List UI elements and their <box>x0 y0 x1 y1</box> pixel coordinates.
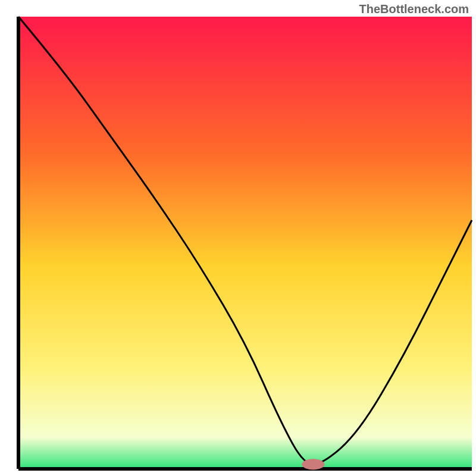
chart-container: TheBottleneck.com <box>0 0 476 476</box>
watermark-text: TheBottleneck.com <box>359 2 469 16</box>
bottleneck-chart <box>0 0 476 476</box>
plot-background <box>18 17 472 469</box>
optimum-marker <box>302 459 324 469</box>
